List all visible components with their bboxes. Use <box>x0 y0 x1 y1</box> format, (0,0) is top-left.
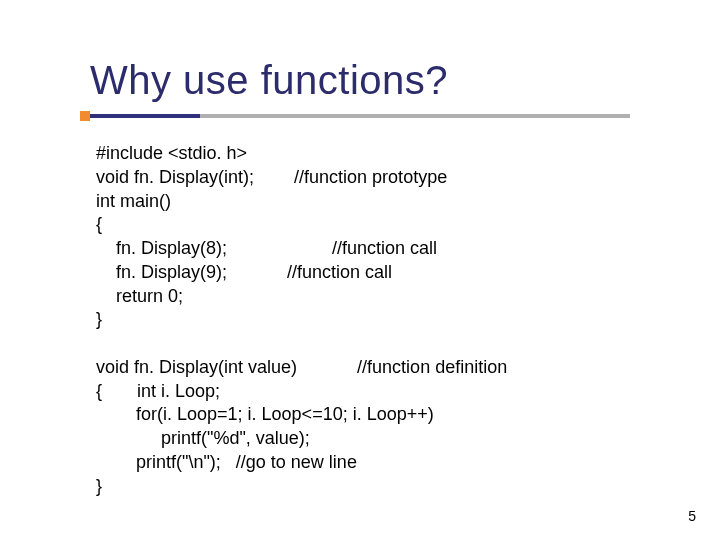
code-line: fn. Display(8); //function call <box>96 238 437 258</box>
code-line: } <box>96 309 102 329</box>
title-underline <box>90 114 630 118</box>
code-line: fn. Display(9); //function call <box>96 262 392 282</box>
code-block: #include <stdio. h> void fn. Display(int… <box>96 142 507 498</box>
code-line: } <box>96 476 102 496</box>
code-line: void fn. Display(int); //function protot… <box>96 167 447 187</box>
code-line: return 0; <box>96 286 183 306</box>
code-line: int main() <box>96 191 171 211</box>
slide-title: Why use functions? <box>90 58 448 102</box>
code-line: #include <stdio. h> <box>96 143 247 163</box>
code-line: void fn. Display(int value) //function d… <box>96 357 507 377</box>
title-wrap: Why use functions? <box>90 58 448 103</box>
page-number: 5 <box>688 508 696 524</box>
code-line: for(i. Loop=1; i. Loop<=10; i. Loop++) <box>96 404 434 424</box>
accent-square-icon <box>80 111 90 121</box>
code-line: { <box>96 214 102 234</box>
code-line: printf("%d", value); <box>96 428 310 448</box>
code-line: printf("\n"); //go to new line <box>96 452 357 472</box>
slide: Why use functions? #include <stdio. h> v… <box>0 0 720 540</box>
code-line: { int i. Loop; <box>96 381 220 401</box>
